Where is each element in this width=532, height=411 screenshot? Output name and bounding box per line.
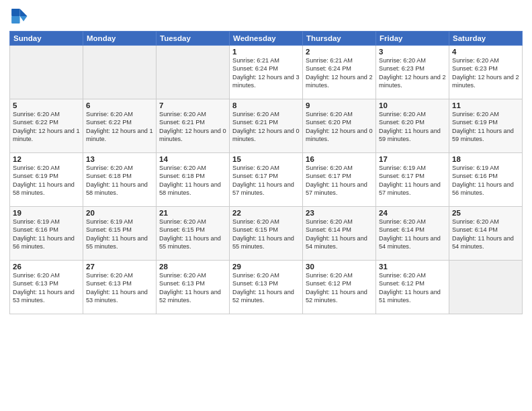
calendar-cell: 24Sunrise: 6:20 AM Sunset: 6:14 PM Dayli… [376, 207, 449, 261]
day-number: 28 [159, 263, 226, 271]
day-info: Sunrise: 6:20 AM Sunset: 6:15 PM Dayligh… [159, 218, 226, 251]
page: SundayMondayTuesdayWednesdayThursdayFrid… [0, 0, 532, 411]
weekday-header-row: SundayMondayTuesdayWednesdayThursdayFrid… [10, 32, 523, 46]
weekday-header-wednesday: Wednesday [230, 32, 303, 46]
week-row-1: 1Sunrise: 6:21 AM Sunset: 6:24 PM Daylig… [10, 46, 523, 99]
day-number: 24 [379, 209, 446, 217]
day-number: 15 [232, 155, 300, 163]
day-number: 30 [306, 263, 373, 271]
day-number: 19 [13, 209, 80, 217]
day-info: Sunrise: 6:20 AM Sunset: 6:21 PM Dayligh… [232, 110, 300, 144]
day-number: 5 [13, 101, 80, 109]
calendar-cell: 29Sunrise: 6:20 AM Sunset: 6:13 PM Dayli… [230, 261, 303, 314]
week-row-3: 12Sunrise: 6:20 AM Sunset: 6:19 PM Dayli… [10, 153, 523, 207]
calendar-cell: 18Sunrise: 6:19 AM Sunset: 6:16 PM Dayli… [449, 153, 523, 207]
calendar-cell: 12Sunrise: 6:20 AM Sunset: 6:19 PM Dayli… [10, 153, 83, 207]
svg-marker-1 [20, 16, 28, 21]
calendar-cell: 19Sunrise: 6:19 AM Sunset: 6:16 PM Dayli… [10, 207, 83, 261]
day-number: 18 [452, 155, 519, 163]
calendar-cell: 17Sunrise: 6:19 AM Sunset: 6:17 PM Dayli… [376, 153, 449, 207]
calendar-cell [83, 46, 157, 99]
weekday-header-thursday: Thursday [303, 32, 376, 46]
day-number: 2 [306, 48, 373, 56]
day-info: Sunrise: 6:20 AM Sunset: 6:21 PM Dayligh… [159, 110, 226, 144]
day-number: 14 [159, 155, 226, 163]
day-number: 31 [379, 263, 446, 271]
day-number: 13 [86, 155, 153, 163]
calendar-cell: 20Sunrise: 6:19 AM Sunset: 6:15 PM Dayli… [83, 207, 157, 261]
day-number: 8 [232, 101, 300, 109]
day-number: 6 [86, 101, 153, 109]
day-info: Sunrise: 6:20 AM Sunset: 6:14 PM Dayligh… [379, 218, 446, 251]
day-info: Sunrise: 6:20 AM Sunset: 6:18 PM Dayligh… [86, 164, 153, 197]
day-number: 26 [13, 263, 80, 271]
weekday-header-monday: Monday [83, 32, 157, 46]
calendar-cell: 9Sunrise: 6:20 AM Sunset: 6:20 PM Daylig… [303, 99, 376, 153]
calendar-cell [157, 46, 230, 99]
calendar-cell: 6Sunrise: 6:20 AM Sunset: 6:22 PM Daylig… [83, 99, 157, 153]
day-number: 16 [306, 155, 373, 163]
day-info: Sunrise: 6:19 AM Sunset: 6:16 PM Dayligh… [452, 164, 519, 197]
calendar-cell: 27Sunrise: 6:20 AM Sunset: 6:13 PM Dayli… [83, 261, 157, 314]
day-info: Sunrise: 6:20 AM Sunset: 6:23 PM Dayligh… [379, 56, 446, 90]
day-info: Sunrise: 6:20 AM Sunset: 6:12 PM Dayligh… [306, 271, 373, 305]
day-number: 20 [86, 209, 153, 217]
calendar-cell: 21Sunrise: 6:20 AM Sunset: 6:15 PM Dayli… [157, 207, 230, 261]
calendar-cell: 31Sunrise: 6:20 AM Sunset: 6:12 PM Dayli… [376, 261, 449, 314]
day-info: Sunrise: 6:20 AM Sunset: 6:22 PM Dayligh… [86, 110, 153, 144]
day-info: Sunrise: 6:20 AM Sunset: 6:13 PM Dayligh… [232, 271, 300, 305]
day-number: 9 [306, 101, 373, 109]
calendar-cell: 2Sunrise: 6:21 AM Sunset: 6:24 PM Daylig… [303, 46, 376, 99]
calendar-cell: 3Sunrise: 6:20 AM Sunset: 6:23 PM Daylig… [376, 46, 449, 99]
calendar-cell: 10Sunrise: 6:20 AM Sunset: 6:20 PM Dayli… [376, 99, 449, 153]
day-number: 23 [306, 209, 373, 217]
day-number: 3 [379, 48, 446, 56]
day-number: 17 [379, 155, 446, 163]
day-info: Sunrise: 6:20 AM Sunset: 6:20 PM Dayligh… [306, 110, 373, 144]
calendar-cell: 11Sunrise: 6:20 AM Sunset: 6:19 PM Dayli… [449, 99, 523, 153]
calendar-cell: 16Sunrise: 6:20 AM Sunset: 6:17 PM Dayli… [303, 153, 376, 207]
day-info: Sunrise: 6:19 AM Sunset: 6:15 PM Dayligh… [86, 218, 153, 251]
day-info: Sunrise: 6:20 AM Sunset: 6:17 PM Dayligh… [306, 164, 373, 197]
day-number: 7 [159, 101, 226, 109]
day-info: Sunrise: 6:20 AM Sunset: 6:14 PM Dayligh… [306, 218, 373, 251]
weekday-header-tuesday: Tuesday [157, 32, 230, 46]
day-number: 25 [452, 209, 519, 217]
day-number: 21 [159, 209, 226, 217]
day-info: Sunrise: 6:20 AM Sunset: 6:13 PM Dayligh… [13, 271, 80, 305]
day-info: Sunrise: 6:19 AM Sunset: 6:17 PM Dayligh… [379, 164, 446, 197]
day-info: Sunrise: 6:20 AM Sunset: 6:15 PM Dayligh… [232, 218, 300, 251]
day-info: Sunrise: 6:20 AM Sunset: 6:14 PM Dayligh… [452, 218, 519, 251]
logo [9, 7, 31, 26]
week-row-2: 5Sunrise: 6:20 AM Sunset: 6:22 PM Daylig… [10, 99, 523, 153]
day-info: Sunrise: 6:20 AM Sunset: 6:23 PM Dayligh… [452, 56, 519, 90]
day-info: Sunrise: 6:20 AM Sunset: 6:13 PM Dayligh… [86, 271, 153, 305]
calendar-cell: 22Sunrise: 6:20 AM Sunset: 6:15 PM Dayli… [230, 207, 303, 261]
calendar-cell: 26Sunrise: 6:20 AM Sunset: 6:13 PM Dayli… [10, 261, 83, 314]
svg-rect-2 [11, 9, 19, 16]
day-number: 22 [232, 209, 300, 217]
day-number: 1 [232, 48, 300, 56]
day-number: 10 [379, 101, 446, 109]
calendar-cell: 1Sunrise: 6:21 AM Sunset: 6:24 PM Daylig… [230, 46, 303, 99]
day-number: 29 [232, 263, 300, 271]
week-row-4: 19Sunrise: 6:19 AM Sunset: 6:16 PM Dayli… [10, 207, 523, 261]
day-info: Sunrise: 6:20 AM Sunset: 6:19 PM Dayligh… [452, 110, 519, 144]
day-info: Sunrise: 6:20 AM Sunset: 6:12 PM Dayligh… [379, 271, 446, 305]
day-number: 27 [86, 263, 153, 271]
day-info: Sunrise: 6:20 AM Sunset: 6:19 PM Dayligh… [13, 164, 80, 197]
day-info: Sunrise: 6:20 AM Sunset: 6:18 PM Dayligh… [159, 164, 226, 197]
calendar-cell [10, 46, 83, 99]
day-info: Sunrise: 6:20 AM Sunset: 6:22 PM Dayligh… [13, 110, 80, 144]
header [9, 7, 523, 26]
calendar-cell: 30Sunrise: 6:20 AM Sunset: 6:12 PM Dayli… [303, 261, 376, 314]
day-info: Sunrise: 6:20 AM Sunset: 6:17 PM Dayligh… [232, 164, 300, 197]
logo-icon [9, 7, 28, 26]
calendar-cell: 15Sunrise: 6:20 AM Sunset: 6:17 PM Dayli… [230, 153, 303, 207]
calendar-cell: 14Sunrise: 6:20 AM Sunset: 6:18 PM Dayli… [157, 153, 230, 207]
day-info: Sunrise: 6:20 AM Sunset: 6:13 PM Dayligh… [159, 271, 226, 305]
day-number: 12 [13, 155, 80, 163]
calendar-cell: 13Sunrise: 6:20 AM Sunset: 6:18 PM Dayli… [83, 153, 157, 207]
weekday-header-saturday: Saturday [449, 32, 523, 46]
calendar-cell: 8Sunrise: 6:20 AM Sunset: 6:21 PM Daylig… [230, 99, 303, 153]
